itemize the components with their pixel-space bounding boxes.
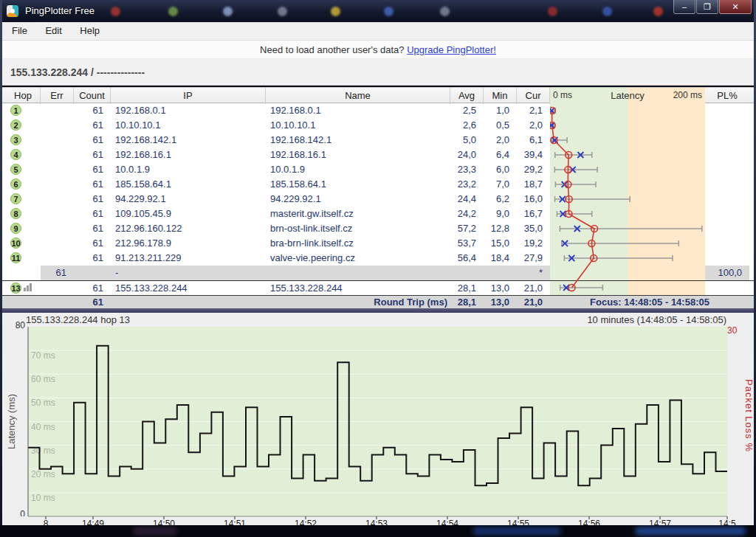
table-row[interactable]: 76194.229.92.194.229.92.124,46,216,0 [0, 192, 756, 207]
cell-hop: 11 [6, 251, 41, 266]
cell-ip: 212.96.178.9 [111, 236, 266, 251]
cell-count: 61 [74, 281, 111, 296]
column-header-hop[interactable]: Hop [6, 88, 41, 104]
cell-err [41, 103, 74, 118]
cell-name: bra-brn-link.itself.cz [266, 236, 450, 251]
cell-hop: 1 [6, 103, 41, 118]
cell-min: 6,4 [484, 148, 517, 162]
cell-name: 94.229.92.1 [266, 192, 450, 207]
table-row[interactable]: 1061212.96.178.9bra-brn-link.itself.cz53… [0, 236, 756, 251]
cell-count: 61 [74, 251, 111, 266]
cell-name: masterit.gw.itself.cz [266, 207, 450, 221]
cell-hop: 8 [6, 207, 41, 221]
cell-count: 61 [74, 118, 111, 133]
glass-artifact [602, 7, 612, 16]
cell-hop: 3 [6, 133, 41, 148]
table-row[interactable]: 361192.168.142.1192.168.142.15,02,06,1 [0, 133, 756, 148]
table-row[interactable]: 61-*100,0 [0, 266, 756, 280]
glass-artifact [548, 7, 557, 16]
cell-pl [705, 236, 749, 251]
column-header-cur[interactable]: Cur [517, 88, 550, 104]
cell-avg: 24,4 [450, 192, 484, 207]
cell-ip: 192.168.0.1 [111, 103, 266, 118]
cell-pl [705, 103, 749, 118]
cell-pl [705, 162, 749, 177]
cell-hop: 6 [6, 177, 41, 192]
close-button[interactable]: ✕ [719, 0, 752, 14]
hop-number-badge: 1 [10, 105, 21, 116]
cell-cur: 29,2 [517, 162, 550, 177]
cell-count: 61 [74, 103, 111, 118]
cell-cur: 16,7 [517, 207, 550, 221]
table-row[interactable]: 116191.213.211.229valve-vie.peering.cz56… [0, 251, 756, 266]
table-row[interactable]: 661185.158.64.1185.158.64.123,27,018,7 [0, 177, 756, 192]
cell-min: 15,0 [484, 236, 517, 251]
table-row[interactable]: 26110.10.10.110.10.10.12,60,52,0 [0, 118, 756, 133]
cell-pl [705, 148, 749, 162]
cell-ip: 10.10.10.1 [111, 118, 266, 133]
cell-hop: 10 [6, 236, 41, 251]
maximize-button[interactable]: ❐ [696, 0, 718, 14]
cell-count: 61 [74, 207, 111, 221]
table-row[interactable]: 56110.0.1.910.0.1.923,36,029,2 [0, 162, 756, 177]
cell-ip: 212.96.160.122 [111, 221, 266, 236]
cell-avg: 56,4 [450, 251, 484, 266]
upgrade-link[interactable]: Upgrade PingPlotter! [407, 44, 496, 55]
x-tick-label: 14:51 [224, 519, 246, 525]
hop-number-badge: 6 [10, 179, 21, 190]
gridline-label: 60 ms [31, 374, 55, 384]
cell-pl [705, 281, 749, 296]
cell-hop: 2 [6, 118, 41, 133]
cell-ip: 192.168.142.1 [111, 133, 266, 148]
desktop: PingPlotter Free – ❐ ✕ File Edit Help Ne… [0, 0, 756, 537]
timeline-chart[interactable]: 10 ms20 ms30 ms40 ms50 ms60 ms70 ms814:4… [0, 313, 756, 525]
column-header-ip[interactable]: IP [111, 88, 266, 104]
cell-pl [705, 133, 749, 148]
column-header-count[interactable]: Count [74, 88, 111, 104]
latency-header-title: Latency [550, 88, 705, 104]
table-row[interactable]: 461192.168.16.1192.168.16.124,06,439,4 [0, 148, 756, 162]
table-row[interactable]: 961212.96.160.122brn-ost-link.itself.cz5… [0, 221, 756, 236]
table-row[interactable]: 1361155.133.228.244155.133.228.24428,113… [0, 280, 756, 295]
summary-min: 13,0 [484, 296, 517, 309]
cell-name: 192.168.142.1 [266, 133, 450, 148]
cell-avg: 2,6 [450, 118, 484, 133]
focus-range-text: Focus: 14:48:05 - 14:58:05 [550, 296, 749, 309]
x-tick-label: 14:56 [578, 519, 600, 525]
menu-help[interactable]: Help [72, 22, 107, 39]
cell-avg: 2,5 [450, 103, 484, 118]
column-header-min[interactable]: Min [484, 88, 517, 104]
upgrade-prompt: Need to load another user's data? [260, 44, 404, 55]
glass-artifact [331, 7, 340, 16]
hop-number-badge: 7 [10, 193, 21, 204]
glass-artifact [278, 7, 287, 16]
cell-err [41, 118, 74, 133]
column-header-avg[interactable]: Avg [450, 88, 484, 104]
menu-edit[interactable]: Edit [38, 22, 69, 39]
cell-cur: 2,0 [517, 118, 550, 133]
column-header-err[interactable]: Err [41, 88, 74, 104]
hop-number-badge: 5 [10, 164, 21, 175]
cell-count: 61 [74, 236, 111, 251]
cell-min [484, 266, 517, 280]
cell-hop: 13 [6, 281, 41, 296]
cell-err [41, 251, 74, 266]
gridline-label: 40 ms [31, 422, 55, 432]
menu-file[interactable]: File [4, 22, 35, 39]
cell-ip: 155.133.228.244 [111, 281, 266, 296]
table-row[interactable]: 161192.168.0.1192.168.0.12,51,02,1 [0, 103, 756, 118]
cell-cur: 2,1 [517, 103, 550, 118]
title-bar[interactable]: PingPlotter Free – ❐ ✕ [0, 0, 756, 22]
cell-ip: 109.105.45.9 [111, 207, 266, 221]
column-header-pl[interactable]: PL% [705, 88, 749, 104]
cell-name: 192.168.0.1 [266, 103, 450, 118]
cell-name: 155.133.228.244 [266, 281, 450, 296]
cell-avg [450, 266, 484, 280]
minimize-button[interactable]: – [673, 0, 695, 14]
round-trip-row: 61Round Trip (ms)28,113,021,0Focus: 14:4… [0, 295, 756, 308]
table-row[interactable]: 861109.105.45.9masterit.gw.itself.cz24,2… [0, 207, 756, 221]
x-tick-label: 14:54 [436, 519, 458, 525]
cell-err [41, 207, 74, 221]
hop-number-badge: 11 [10, 252, 21, 263]
column-header-name[interactable]: Name [266, 88, 450, 104]
